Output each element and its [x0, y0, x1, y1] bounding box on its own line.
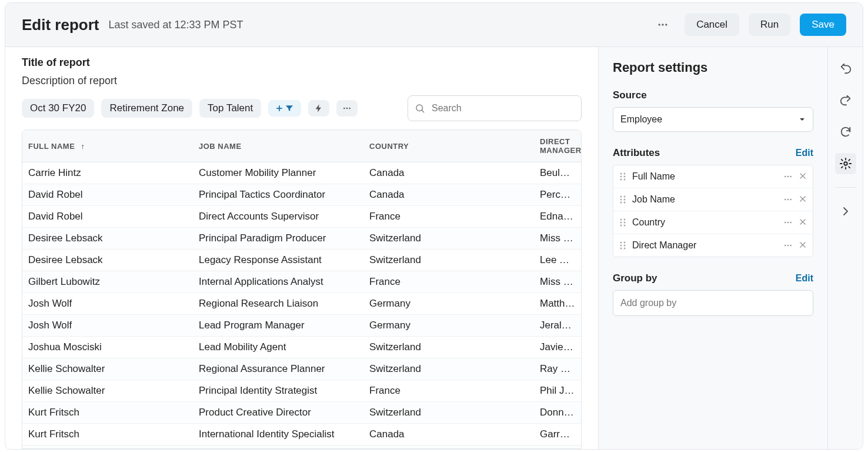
svg-point-30	[620, 225, 622, 227]
plus-icon	[275, 104, 283, 112]
attribute-more-button[interactable]	[783, 172, 793, 181]
table-row[interactable]: Joshua MosciskiLead Mobility AgentSwitze…	[22, 337, 581, 358]
table-row[interactable]: David RobelPrincipal Tactics Coordinator…	[22, 184, 581, 206]
table-row[interactable]: Gilbert LubowitzInternal Applications An…	[22, 271, 581, 293]
refresh-icon	[839, 125, 852, 138]
attribute-item[interactable]: Job Name	[613, 188, 813, 211]
table-row[interactable]: Desiree LebsackPrincipal Paradigm Produc…	[22, 228, 581, 250]
source-select[interactable]: Employee	[613, 107, 813, 132]
table-cell: Lead Mobility Agent	[193, 337, 363, 358]
page-title: Edit report	[22, 16, 99, 34]
attribute-name: Country	[632, 217, 777, 228]
svg-point-22	[624, 202, 626, 204]
report-description[interactable]: Description of report	[22, 75, 582, 87]
redo-button[interactable]	[835, 89, 856, 111]
filter-chip[interactable]: Oct 30 FY20	[22, 99, 94, 118]
svg-point-2	[665, 24, 667, 25]
table-row[interactable]: Kurt FritschInternational Identity Speci…	[22, 424, 581, 446]
svg-point-28	[620, 222, 622, 224]
table-cell: France	[363, 271, 534, 293]
table-row[interactable]: Kurt FritschProduct Creative DirectorSwi…	[22, 402, 581, 424]
attribute-item[interactable]: Full Name	[613, 165, 813, 188]
table-cell: Switzerland	[363, 250, 534, 271]
svg-point-35	[620, 242, 622, 244]
table-cell: Desiree Lebsack	[22, 228, 193, 250]
attribute-remove-button[interactable]	[799, 172, 807, 181]
attribute-remove-button[interactable]	[799, 241, 807, 250]
svg-point-26	[620, 219, 622, 221]
undo-button[interactable]	[835, 58, 856, 79]
table-cell: Jerald Gutk	[534, 315, 581, 337]
attribute-item[interactable]: Country	[613, 211, 813, 234]
table-cell: Josh Wolf	[22, 293, 193, 315]
table-cell: Kellie Schowalter	[22, 358, 193, 380]
table-cell: Phil Jakubc	[534, 380, 581, 402]
attribute-remove-button[interactable]	[799, 195, 807, 204]
attribute-more-button[interactable]	[783, 241, 793, 250]
quick-action-button[interactable]	[308, 100, 329, 117]
expand-rail-button[interactable]	[835, 201, 856, 222]
svg-point-19	[620, 199, 622, 201]
add-filter-button[interactable]	[268, 100, 301, 117]
svg-point-27	[624, 219, 626, 221]
svg-point-0	[659, 24, 660, 25]
table-cell: Principal Tactics Coordinator	[193, 184, 363, 206]
table-cell: Javier Carter	[534, 337, 581, 358]
undo-icon	[839, 62, 852, 75]
svg-point-36	[624, 242, 626, 244]
attribute-name: Direct Manager	[632, 240, 777, 251]
attributes-edit-link[interactable]: Edit	[796, 148, 813, 158]
overflow-button[interactable]	[336, 100, 358, 117]
table-row[interactable]: Josh WolfLead Program ManagerGermanyJera…	[22, 315, 581, 337]
table-row[interactable]: Kellie SchowalterPrincipal Identity Stra…	[22, 380, 581, 402]
groupby-edit-link[interactable]: Edit	[796, 273, 813, 284]
table-row[interactable]: Lauren RaynorRegional Accounts Architect…	[22, 446, 581, 450]
drag-handle-icon[interactable]	[619, 218, 626, 227]
attribute-remove-button[interactable]	[799, 218, 807, 227]
svg-point-14	[784, 176, 786, 178]
svg-point-20	[624, 199, 626, 201]
table-row[interactable]: Kellie SchowalterRegional Assurance Plan…	[22, 358, 581, 380]
table-row[interactable]: Carrie HintzCustomer Mobility PlannerCan…	[22, 162, 581, 184]
table-row[interactable]: Desiree LebsackLegacy Response Assistant…	[22, 250, 581, 271]
table-cell: Donna Dick	[534, 402, 581, 424]
drag-handle-icon[interactable]	[619, 172, 626, 181]
table-cell: Switzerland	[363, 402, 534, 424]
table-cell: Lead Program Manager	[193, 315, 363, 337]
table-cell: Legacy Response Assistant	[193, 250, 363, 271]
drag-handle-icon[interactable]	[619, 195, 626, 204]
table-row[interactable]: David RobelDirect Accounts SupervisorFra…	[22, 206, 581, 228]
report-table: FULL NAME↑ JOB NAME COUNTRY DIRECT MANAG…	[22, 130, 581, 449]
chevron-right-icon	[840, 206, 851, 217]
column-header-jobname[interactable]: JOB NAME	[193, 130, 363, 162]
attribute-more-button[interactable]	[783, 218, 793, 227]
settings-rail-button[interactable]	[835, 153, 856, 174]
groupby-input[interactable]	[613, 290, 813, 316]
more-actions-button[interactable]	[650, 12, 675, 37]
search-input[interactable]	[408, 95, 582, 121]
redo-icon	[839, 94, 852, 107]
svg-point-34	[790, 222, 792, 224]
column-header-fullname[interactable]: FULL NAME↑	[22, 130, 193, 162]
table-cell: David Robel	[22, 206, 193, 228]
report-title[interactable]: Title of report	[22, 56, 582, 69]
sort-ascending-icon: ↑	[81, 142, 85, 151]
table-cell: Principal Paradigm Producer	[193, 228, 363, 250]
attribute-more-button[interactable]	[783, 195, 793, 204]
drag-handle-icon[interactable]	[619, 241, 626, 250]
cancel-button[interactable]: Cancel	[685, 14, 739, 36]
run-button[interactable]: Run	[749, 14, 790, 36]
filter-chip[interactable]: Top Talent	[199, 99, 261, 118]
attribute-item[interactable]: Direct Manager	[613, 234, 813, 257]
table-cell: Garrett Ha	[534, 424, 581, 446]
filter-chip[interactable]: Retirement Zone	[101, 99, 192, 118]
refresh-button[interactable]	[835, 121, 856, 142]
column-header-manager[interactable]: DIRECT MANAGER	[534, 130, 581, 162]
svg-point-8	[620, 173, 622, 175]
column-header-country[interactable]: COUNTRY	[363, 130, 534, 162]
svg-point-4	[346, 108, 348, 109]
table-row[interactable]: Josh WolfRegional Research LiaisonGerman…	[22, 293, 581, 315]
attribute-name: Full Name	[632, 171, 777, 182]
source-value: Employee	[620, 114, 662, 125]
save-button[interactable]: Save	[800, 14, 846, 36]
